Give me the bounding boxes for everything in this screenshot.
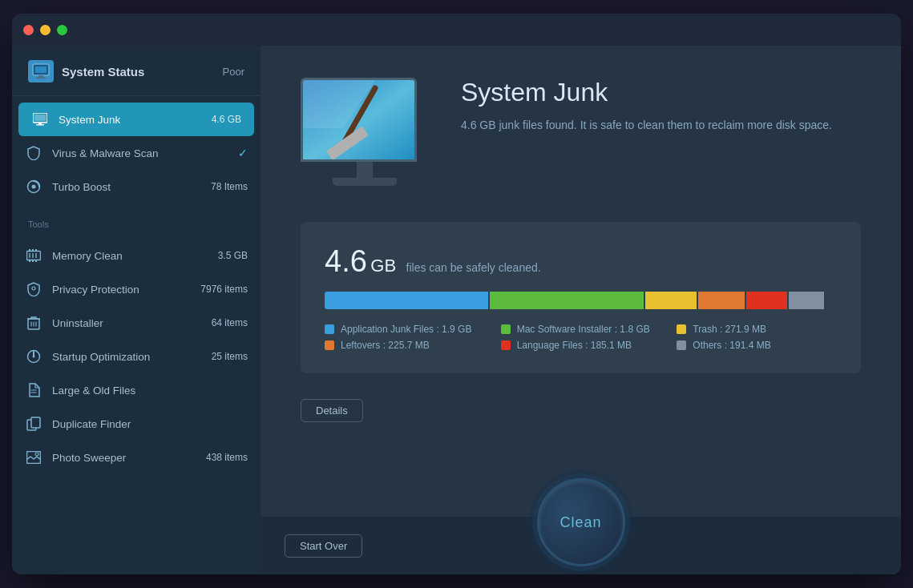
legend-item-leftovers: Leftovers : 225.7 MB [325,340,485,351]
page-subtitle: 4.6 GB junk files found. It is safe to c… [461,117,832,134]
svg-rect-18 [32,260,34,262]
size-unit: GB [370,256,396,276]
bar-leftovers [698,292,745,309]
system-junk-label: System Junk [59,114,202,126]
legend-dot-others [677,340,686,350]
svg-rect-17 [29,260,30,262]
bar-others [789,292,825,309]
tools-section-label: Tools [12,210,261,232]
turbo-icon [25,178,42,195]
legend-label-trash: Trash : 271.9 MB [693,324,766,335]
turbo-boost-badge: 78 Items [211,181,248,192]
files-icon [25,381,42,399]
large-files-label: Large & Old Files [52,385,238,397]
clean-button[interactable]: Clean [537,478,625,566]
close-button[interactable] [23,25,34,35]
sidebar-item-uninstaller[interactable]: Uninstaller 64 items [12,306,261,340]
startup-icon [25,348,42,365]
svg-rect-12 [32,253,34,258]
svg-line-29 [343,88,375,144]
legend-item-trash: Trash : 271.9 MB [677,324,837,335]
right-panel: System Junk 4.6 GB junk files found. It … [261,46,901,574]
svg-rect-13 [35,253,37,258]
sidebar-header: System Status Poor [12,46,261,96]
svg-rect-11 [29,253,30,258]
sidebar-item-system-junk[interactable]: System Junk 4.6 GB [18,103,254,136]
legend-dot-language [501,340,511,350]
uninstaller-badge: 64 items [212,317,248,328]
legend-item-mac-software: Mac Software Installer : 1.8 GB [501,324,661,335]
photo-sweeper-badge: 438 items [206,452,248,463]
svg-rect-19 [35,260,37,262]
memory-clean-badge: 3.5 GB [218,250,248,261]
maximize-button[interactable] [57,25,67,35]
hero-text: System Junk 4.6 GB junk files found. It … [461,78,832,134]
legend-item-language: Language Files : 185.1 MB [501,340,661,351]
legend-dot-app-junk [325,324,334,334]
main-content: System Status Poor System Junk [12,46,901,574]
bar-trash [645,292,697,309]
svg-rect-5 [34,115,46,121]
sidebar-item-startup[interactable]: Startup Optimization 25 items [12,340,261,373]
legend-label-leftovers: Leftovers : 225.7 MB [341,340,430,351]
stats-size: 4.6 GB files can be safely cleaned. [325,244,837,279]
svg-point-20 [32,287,35,290]
svg-rect-28 [303,80,417,162]
status-badge: Poor [223,66,244,78]
app-window: System Status Poor System Junk [12,14,901,574]
legend-label-app-junk: Application Junk Files : 1.9 GB [341,324,471,335]
legend-label-language: Language Files : 185.1 MB [517,340,632,351]
title-bar [12,14,901,46]
legend: Application Junk Files : 1.9 GB Mac Soft… [325,324,837,351]
sidebar-item-privacy[interactable]: Privacy Protection 7976 items [12,272,261,306]
legend-dot-trash [677,324,686,334]
bar-language [746,292,787,309]
sidebar-item-duplicate[interactable]: Duplicate Finder [12,407,261,441]
checkmark-icon: ✓ [238,147,248,159]
minimize-button[interactable] [40,25,50,35]
startup-badge: 25 items [212,351,248,362]
hero-section: System Junk 4.6 GB junk files found. It … [301,78,861,190]
sidebar: System Status Poor System Junk [12,46,261,574]
svg-rect-6 [38,123,42,124]
privacy-icon [25,280,42,298]
uninstaller-label: Uninstaller [52,317,202,329]
svg-rect-15 [32,249,34,251]
sidebar-item-turbo-boost[interactable]: Turbo Boost 78 Items [12,170,261,203]
svg-rect-7 [36,124,44,126]
svg-rect-14 [29,249,30,251]
main-nav: System Junk 4.6 GB Virus & Malware Scan … [12,96,261,210]
virus-scan-label: Virus & Malware Scan [52,147,228,159]
sidebar-item-virus-scan[interactable]: Virus & Malware Scan ✓ [12,136,261,170]
duplicate-label: Duplicate Finder [52,418,238,430]
legend-label-others: Others : 191.4 MB [693,340,770,351]
progress-bar [325,292,837,309]
svg-rect-16 [35,249,37,251]
trash-icon [25,314,42,332]
privacy-label: Privacy Protection [52,284,191,296]
memory-icon [25,247,42,264]
bottom-footer: Start Over Clean [261,517,901,574]
svg-rect-3 [36,77,46,79]
svg-point-27 [35,453,38,456]
monitor-icon [31,111,49,128]
turbo-boost-label: Turbo Boost [52,181,201,193]
privacy-badge: 7976 items [200,284,248,295]
photo-sweeper-label: Photo Sweeper [52,452,196,464]
sidebar-item-photo-sweeper[interactable]: Photo Sweeper 438 items [12,441,261,474]
sidebar-title: System Status [62,65,144,79]
system-junk-badge: 4.6 GB [212,114,241,125]
legend-label-mac-software: Mac Software Installer : 1.8 GB [517,324,650,335]
sidebar-item-memory-clean[interactable]: Memory Clean 3.5 GB [12,239,261,272]
sidebar-item-large-files[interactable]: Large & Old Files [12,373,261,407]
size-value: 4.6 [325,244,367,278]
details-button[interactable]: Details [301,399,363,422]
svg-rect-25 [31,417,40,428]
start-over-button[interactable]: Start Over [285,534,362,558]
legend-item-app-junk: Application Junk Files : 1.9 GB [325,324,485,335]
svg-point-23 [33,356,35,358]
svg-rect-30 [326,126,369,160]
stats-card: 4.6 GB files can be safely cleaned. [301,222,861,373]
content-area: System Junk 4.6 GB junk files found. It … [261,46,901,517]
legend-item-others: Others : 191.4 MB [677,340,837,351]
